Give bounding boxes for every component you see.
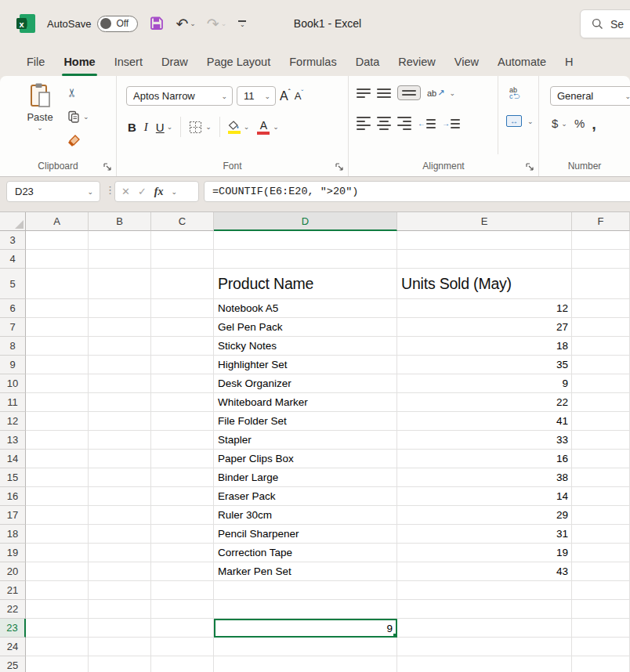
cell-F4[interactable]	[572, 250, 630, 269]
tab-review[interactable]: Review	[389, 47, 445, 76]
font-color-button[interactable]: A ⌄	[257, 120, 279, 135]
cell-D8[interactable]: Sticky Notes	[214, 337, 397, 356]
cell-C7[interactable]	[151, 318, 214, 337]
row-header-5[interactable]: 5	[0, 269, 26, 299]
row-header-13[interactable]: 13	[0, 431, 26, 450]
cell-B7[interactable]	[89, 318, 151, 337]
row-header-17[interactable]: 17	[0, 506, 26, 525]
cell-A12[interactable]	[26, 412, 89, 431]
row-header-11[interactable]: 11	[0, 393, 26, 412]
cell-A24[interactable]	[26, 638, 89, 656]
cell-F20[interactable]	[572, 562, 630, 581]
excel-app-icon[interactable]: x	[16, 13, 36, 34]
cell-B3[interactable]	[89, 231, 151, 250]
fill-color-chevron-icon[interactable]: ⌄	[244, 123, 250, 131]
cell-C24[interactable]	[151, 638, 214, 656]
cell-F7[interactable]	[572, 318, 630, 337]
wrap-text-button[interactable]: ab c⮌	[509, 87, 520, 99]
row-header-10[interactable]: 10	[0, 374, 26, 393]
cell-B22[interactable]	[89, 600, 151, 619]
cell-C20[interactable]	[151, 562, 214, 581]
cell-F22[interactable]	[572, 600, 630, 619]
cell-E6[interactable]: 12	[397, 299, 572, 318]
cell-F19[interactable]	[572, 544, 630, 562]
autosave-toggle[interactable]: Off	[97, 16, 138, 32]
cell-C11[interactable]	[151, 393, 214, 412]
cell-B20[interactable]	[89, 562, 151, 581]
cell-E24[interactable]	[397, 638, 572, 656]
cell-D17[interactable]: Ruler 30cm	[214, 506, 397, 525]
formula-input[interactable]: =COUNTIF(E6:E20, ">20")	[204, 181, 630, 202]
cell-F17[interactable]	[572, 506, 630, 525]
cell-A13[interactable]	[26, 431, 89, 450]
cell-F25[interactable]	[572, 656, 630, 672]
tab-automate[interactable]: Automate	[488, 47, 556, 76]
row-header-12[interactable]: 12	[0, 412, 26, 431]
align-left-button[interactable]	[357, 117, 371, 130]
align-center-button[interactable]	[377, 117, 391, 130]
clipboard-dialog-launcher[interactable]	[103, 162, 112, 172]
name-box[interactable]: D23 ⌄	[6, 181, 100, 202]
bold-button[interactable]: B	[128, 121, 136, 134]
cell-F12[interactable]	[572, 412, 630, 431]
cell-E7[interactable]: 27	[397, 318, 572, 337]
align-right-button[interactable]	[397, 117, 411, 130]
autosave-control[interactable]: AutoSave Off	[47, 16, 138, 32]
select-all-corner[interactable]	[0, 212, 26, 231]
cell-E3[interactable]	[397, 231, 572, 250]
save-icon[interactable]	[149, 16, 165, 31]
top-align-button[interactable]	[357, 89, 371, 98]
row-header-9[interactable]: 9	[0, 356, 26, 374]
cell-E17[interactable]: 29	[397, 506, 572, 525]
decrease-font-size-button[interactable]: Aˇ	[295, 90, 304, 102]
alignment-dialog-launcher[interactable]	[525, 162, 534, 172]
cell-F24[interactable]	[572, 638, 630, 656]
tab-insert[interactable]: Insert	[105, 47, 152, 76]
cell-B15[interactable]	[89, 468, 151, 487]
cell-D23[interactable]: 9	[214, 619, 397, 638]
cell-C14[interactable]	[151, 450, 214, 468]
cell-E9[interactable]: 35	[397, 356, 572, 374]
cell-C6[interactable]	[151, 299, 214, 318]
row-header-6[interactable]: 6	[0, 299, 26, 318]
comma-style-button[interactable]: ,	[592, 118, 596, 129]
cell-C25[interactable]	[151, 656, 214, 672]
cell-A9[interactable]	[26, 356, 89, 374]
cell-F18[interactable]	[572, 525, 630, 544]
cell-D20[interactable]: Marker Pen Set	[214, 562, 397, 581]
cell-C10[interactable]	[151, 374, 214, 393]
undo-button[interactable]: ↶ ⌄	[176, 16, 195, 31]
cell-D24[interactable]	[214, 638, 397, 656]
cell-A17[interactable]	[26, 506, 89, 525]
cell-E25[interactable]	[397, 656, 572, 672]
cell-F23[interactable]	[572, 619, 630, 638]
cell-D11[interactable]: Whiteboard Marker	[214, 393, 397, 412]
cell-E19[interactable]: 19	[397, 544, 572, 562]
cell-E16[interactable]: 14	[397, 487, 572, 506]
cell-B24[interactable]	[89, 638, 151, 656]
cell-D10[interactable]: Desk Organizer	[214, 374, 397, 393]
cell-D13[interactable]: Stapler	[214, 431, 397, 450]
cell-E14[interactable]: 16	[397, 450, 572, 468]
tab-view[interactable]: View	[445, 47, 488, 76]
row-header-24[interactable]: 24	[0, 638, 26, 656]
cell-C4[interactable]	[151, 250, 214, 269]
borders-chevron-icon[interactable]: ⌄	[205, 123, 212, 131]
font-color-chevron-icon[interactable]: ⌄	[273, 123, 279, 131]
tab-draw[interactable]: Draw	[152, 47, 197, 76]
cell-B19[interactable]	[89, 544, 151, 562]
cut-button[interactable]: ✂	[67, 84, 89, 101]
decrease-indent-button[interactable]: ←	[418, 119, 436, 128]
cell-D25[interactable]	[214, 656, 397, 672]
cell-F21[interactable]	[572, 581, 630, 600]
cell-D7[interactable]: Gel Pen Pack	[214, 318, 397, 337]
accounting-format-button[interactable]: $ ⌄	[552, 117, 567, 130]
cell-F15[interactable]	[572, 468, 630, 487]
cell-C3[interactable]	[151, 231, 214, 250]
cell-F11[interactable]	[572, 393, 630, 412]
column-header-A[interactable]: A	[26, 212, 89, 231]
cell-C9[interactable]	[151, 356, 214, 374]
cell-A5[interactable]	[26, 269, 89, 299]
cell-E18[interactable]: 31	[397, 525, 572, 544]
row-header-22[interactable]: 22	[0, 600, 26, 619]
